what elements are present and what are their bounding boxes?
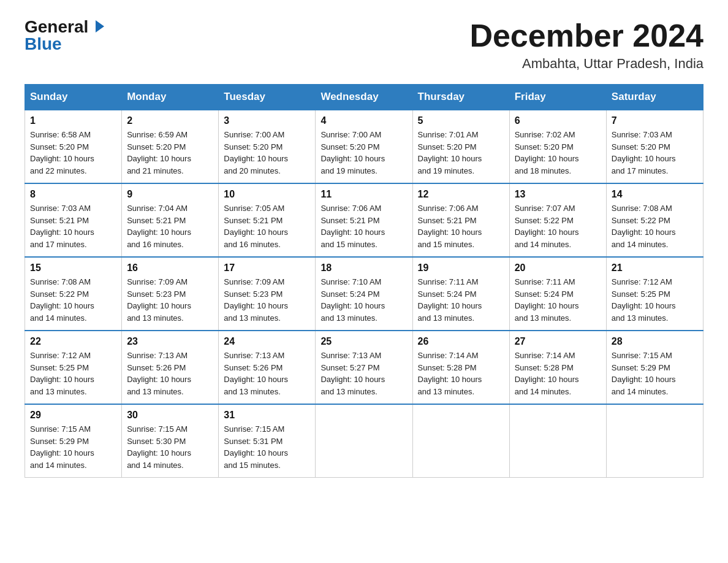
day-number: 4 xyxy=(320,115,407,126)
page-header: General Blue December 2024 Ambahta, Utta… xyxy=(25,18,703,72)
day-info: Sunrise: 7:14 AMSunset: 5:28 PMDaylight:… xyxy=(418,351,482,396)
day-info: Sunrise: 7:08 AMSunset: 5:22 PMDaylight:… xyxy=(30,277,94,323)
logo: General Blue xyxy=(25,18,104,53)
day-info: Sunrise: 7:12 AMSunset: 5:25 PMDaylight:… xyxy=(612,277,676,323)
calendar-cell: 25 Sunrise: 7:13 AMSunset: 5:27 PMDaylig… xyxy=(316,331,412,404)
day-number: 16 xyxy=(127,262,213,274)
calendar-cell: 3 Sunrise: 7:00 AMSunset: 5:20 PMDayligh… xyxy=(219,110,316,183)
calendar-cell xyxy=(316,404,412,478)
calendar-cell xyxy=(606,404,703,478)
day-info: Sunrise: 7:05 AMSunset: 5:21 PMDaylight:… xyxy=(224,204,288,249)
day-info: Sunrise: 7:02 AMSunset: 5:20 PMDaylight:… xyxy=(515,130,579,175)
day-number: 5 xyxy=(418,115,504,126)
day-info: Sunrise: 7:13 AMSunset: 5:26 PMDaylight:… xyxy=(224,351,288,396)
day-number: 14 xyxy=(612,189,698,200)
calendar-cell: 18 Sunrise: 7:10 AMSunset: 5:24 PMDaylig… xyxy=(316,257,412,331)
day-number: 24 xyxy=(224,336,310,347)
month-title: December 2024 xyxy=(469,18,703,53)
calendar-cell: 13 Sunrise: 7:07 AMSunset: 5:22 PMDaylig… xyxy=(509,183,606,257)
day-info: Sunrise: 7:03 AMSunset: 5:20 PMDaylight:… xyxy=(612,130,676,175)
day-number: 20 xyxy=(515,262,601,274)
day-info: Sunrise: 7:13 AMSunset: 5:26 PMDaylight:… xyxy=(127,351,191,396)
calendar-cell: 27 Sunrise: 7:14 AMSunset: 5:28 PMDaylig… xyxy=(509,331,606,404)
day-number: 7 xyxy=(612,115,698,126)
days-header-row: SundayMondayTuesdayWednesdayThursdayFrid… xyxy=(25,85,703,110)
calendar-cell: 31 Sunrise: 7:15 AMSunset: 5:31 PMDaylig… xyxy=(219,404,316,478)
day-number: 9 xyxy=(127,189,213,200)
day-number: 10 xyxy=(224,189,310,200)
calendar-cell xyxy=(509,404,606,478)
day-info: Sunrise: 6:59 AMSunset: 5:20 PMDaylight:… xyxy=(127,130,191,175)
calendar-table: SundayMondayTuesdayWednesdayThursdayFrid… xyxy=(25,84,703,478)
calendar-cell: 6 Sunrise: 7:02 AMSunset: 5:20 PMDayligh… xyxy=(509,110,606,183)
day-info: Sunrise: 7:11 AMSunset: 5:24 PMDaylight:… xyxy=(515,277,579,323)
title-block: December 2024 Ambahta, Uttar Pradesh, In… xyxy=(469,18,703,72)
calendar-cell: 20 Sunrise: 7:11 AMSunset: 5:24 PMDaylig… xyxy=(509,257,606,331)
calendar-week-5: 29 Sunrise: 7:15 AMSunset: 5:29 PMDaylig… xyxy=(25,404,703,478)
day-info: Sunrise: 7:01 AMSunset: 5:20 PMDaylight:… xyxy=(418,130,482,175)
day-number: 2 xyxy=(127,115,213,126)
day-number: 17 xyxy=(224,262,310,274)
calendar-cell: 8 Sunrise: 7:03 AMSunset: 5:21 PMDayligh… xyxy=(25,183,122,257)
day-header-friday: Friday xyxy=(509,85,606,110)
day-info: Sunrise: 6:58 AMSunset: 5:20 PMDaylight:… xyxy=(30,130,94,175)
day-info: Sunrise: 7:12 AMSunset: 5:25 PMDaylight:… xyxy=(30,351,94,396)
day-number: 11 xyxy=(320,189,407,200)
day-number: 28 xyxy=(612,336,698,347)
logo-arrow-icon xyxy=(96,20,104,33)
day-info: Sunrise: 7:00 AMSunset: 5:20 PMDaylight:… xyxy=(224,130,288,175)
calendar-cell: 9 Sunrise: 7:04 AMSunset: 5:21 PMDayligh… xyxy=(122,183,219,257)
location-title: Ambahta, Uttar Pradesh, India xyxy=(469,56,703,72)
calendar-cell: 24 Sunrise: 7:13 AMSunset: 5:26 PMDaylig… xyxy=(219,331,316,404)
calendar-week-3: 15 Sunrise: 7:08 AMSunset: 5:22 PMDaylig… xyxy=(25,257,703,331)
calendar-cell: 19 Sunrise: 7:11 AMSunset: 5:24 PMDaylig… xyxy=(412,257,509,331)
day-number: 26 xyxy=(418,336,504,347)
day-number: 18 xyxy=(320,262,407,274)
calendar-cell: 21 Sunrise: 7:12 AMSunset: 5:25 PMDaylig… xyxy=(606,257,703,331)
day-number: 8 xyxy=(30,189,116,200)
calendar-cell: 17 Sunrise: 7:09 AMSunset: 5:23 PMDaylig… xyxy=(219,257,316,331)
calendar-cell: 30 Sunrise: 7:15 AMSunset: 5:30 PMDaylig… xyxy=(122,404,219,478)
calendar-cell: 23 Sunrise: 7:13 AMSunset: 5:26 PMDaylig… xyxy=(122,331,219,404)
calendar-week-2: 8 Sunrise: 7:03 AMSunset: 5:21 PMDayligh… xyxy=(25,183,703,257)
calendar-cell: 26 Sunrise: 7:14 AMSunset: 5:28 PMDaylig… xyxy=(412,331,509,404)
day-info: Sunrise: 7:15 AMSunset: 5:31 PMDaylight:… xyxy=(224,424,288,470)
calendar-cell: 5 Sunrise: 7:01 AMSunset: 5:20 PMDayligh… xyxy=(412,110,509,183)
day-number: 1 xyxy=(30,115,116,126)
day-info: Sunrise: 7:15 AMSunset: 5:29 PMDaylight:… xyxy=(612,351,676,396)
calendar-cell: 7 Sunrise: 7:03 AMSunset: 5:20 PMDayligh… xyxy=(606,110,703,183)
day-number: 30 xyxy=(127,410,213,421)
day-header-saturday: Saturday xyxy=(606,85,703,110)
calendar-cell: 14 Sunrise: 7:08 AMSunset: 5:22 PMDaylig… xyxy=(606,183,703,257)
calendar-cell: 28 Sunrise: 7:15 AMSunset: 5:29 PMDaylig… xyxy=(606,331,703,404)
day-header-wednesday: Wednesday xyxy=(316,85,412,110)
day-info: Sunrise: 7:10 AMSunset: 5:24 PMDaylight:… xyxy=(320,277,385,323)
day-info: Sunrise: 7:15 AMSunset: 5:29 PMDaylight:… xyxy=(30,424,94,470)
day-info: Sunrise: 7:06 AMSunset: 5:21 PMDaylight:… xyxy=(418,204,482,249)
day-number: 15 xyxy=(30,262,116,274)
calendar-cell: 2 Sunrise: 6:59 AMSunset: 5:20 PMDayligh… xyxy=(122,110,219,183)
day-number: 27 xyxy=(515,336,601,347)
day-info: Sunrise: 7:03 AMSunset: 5:21 PMDaylight:… xyxy=(30,204,94,249)
calendar-cell: 10 Sunrise: 7:05 AMSunset: 5:21 PMDaylig… xyxy=(219,183,316,257)
day-header-monday: Monday xyxy=(122,85,219,110)
day-number: 19 xyxy=(418,262,504,274)
day-number: 29 xyxy=(30,410,116,421)
calendar-cell: 1 Sunrise: 6:58 AMSunset: 5:20 PMDayligh… xyxy=(25,110,122,183)
day-info: Sunrise: 7:09 AMSunset: 5:23 PMDaylight:… xyxy=(224,277,288,323)
day-info: Sunrise: 7:04 AMSunset: 5:21 PMDaylight:… xyxy=(127,204,191,249)
day-header-thursday: Thursday xyxy=(412,85,509,110)
calendar-cell: 11 Sunrise: 7:06 AMSunset: 5:21 PMDaylig… xyxy=(316,183,412,257)
calendar-week-1: 1 Sunrise: 6:58 AMSunset: 5:20 PMDayligh… xyxy=(25,110,703,183)
day-number: 23 xyxy=(127,336,213,347)
day-info: Sunrise: 7:11 AMSunset: 5:24 PMDaylight:… xyxy=(418,277,482,323)
day-info: Sunrise: 7:07 AMSunset: 5:22 PMDaylight:… xyxy=(515,204,579,249)
day-number: 12 xyxy=(418,189,504,200)
calendar-cell: 15 Sunrise: 7:08 AMSunset: 5:22 PMDaylig… xyxy=(25,257,122,331)
day-number: 21 xyxy=(612,262,698,274)
day-info: Sunrise: 7:15 AMSunset: 5:30 PMDaylight:… xyxy=(127,424,191,470)
calendar-cell: 29 Sunrise: 7:15 AMSunset: 5:29 PMDaylig… xyxy=(25,404,122,478)
day-info: Sunrise: 7:14 AMSunset: 5:28 PMDaylight:… xyxy=(515,351,579,396)
logo-general-text: General xyxy=(25,17,88,36)
day-info: Sunrise: 7:13 AMSunset: 5:27 PMDaylight:… xyxy=(320,351,385,396)
